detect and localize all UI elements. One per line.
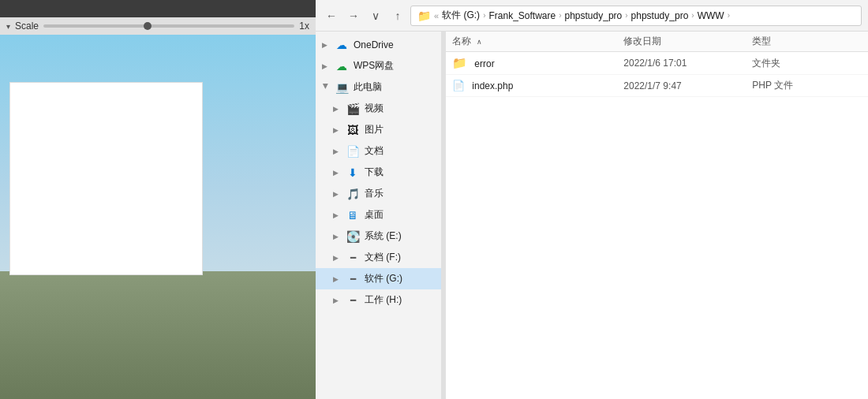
address-part-1: 软件 (G:) bbox=[442, 9, 480, 22]
file-type-index: PHP 文件 bbox=[752, 79, 838, 92]
documents-icon: 📄 bbox=[346, 145, 360, 158]
sidebar-item-music[interactable]: ▶ 🎵 音乐 bbox=[316, 183, 441, 204]
left-panel: ▾ Scale 1x bbox=[0, 0, 316, 399]
file-name-index: 📄 index.php bbox=[452, 80, 623, 91]
sidebar-label-system-e: 系统 (E:) bbox=[365, 229, 402, 243]
sidebar-item-work-h[interactable]: ▶ ━ 工作 (H:) bbox=[316, 289, 441, 311]
software-g-icon: ━ bbox=[346, 274, 360, 285]
back-button[interactable]: ← bbox=[322, 6, 341, 25]
expand-arrow-video: ▶ bbox=[333, 105, 341, 113]
expand-arrow-pictures: ▶ bbox=[333, 126, 341, 134]
expand-arrow-downloads: ▶ bbox=[333, 169, 341, 177]
address-part-2: Frank_Software bbox=[488, 10, 556, 21]
address-chevron-3: › bbox=[625, 11, 627, 20]
pictures-icon: 🖼 bbox=[346, 124, 360, 136]
expand-arrow-software-g: ▶ bbox=[333, 275, 341, 283]
system-e-icon: 💽 bbox=[346, 230, 360, 243]
dropdown-button[interactable]: ∨ bbox=[366, 6, 385, 25]
sidebar-item-video[interactable]: ▶ 🎬 视频 bbox=[316, 98, 441, 119]
file-date-error: 2022/1/6 17:01 bbox=[623, 58, 752, 69]
explorer-toolbar: ← → ∨ ↑ 📁 « 软件 (G:) › Frank_Software › p… bbox=[316, 0, 868, 32]
sidebar-label-docs-f: 文档 (F:) bbox=[365, 251, 401, 264]
sidebar-item-pictures[interactable]: ▶ 🖼 图片 bbox=[316, 119, 441, 140]
column-name[interactable]: 名称 ∧ bbox=[452, 35, 623, 48]
wps-icon: ☁ bbox=[335, 60, 349, 73]
file-list: 名称 ∧ 修改日期 类型 📁 error 2022/1/6 17:01 文件夹 bbox=[446, 32, 868, 399]
sidebar-label-pictures: 图片 bbox=[365, 123, 383, 136]
expand-arrow-system-e: ▶ bbox=[333, 233, 341, 241]
scale-slider[interactable] bbox=[43, 24, 294, 28]
table-row[interactable]: 📁 error 2022/1/6 17:01 文件夹 bbox=[446, 52, 868, 75]
work-h-icon: ━ bbox=[346, 295, 360, 306]
address-chevron-2: › bbox=[559, 11, 561, 20]
sort-arrow-name: ∧ bbox=[477, 38, 482, 46]
file-name-error: 📁 error bbox=[452, 56, 623, 70]
address-chevron-4: › bbox=[691, 11, 694, 20]
sidebar-item-docs-f[interactable]: ▶ ━ 文档 (F:) bbox=[316, 247, 441, 268]
video-icon: 🎬 bbox=[346, 103, 360, 115]
column-type[interactable]: 类型 bbox=[752, 35, 838, 48]
sidebar-label-video: 视频 bbox=[365, 102, 383, 115]
scale-value: 1x bbox=[299, 21, 309, 32]
address-part-5: WWW bbox=[698, 10, 724, 21]
scale-bar: ▾ Scale 1x bbox=[0, 17, 316, 35]
sidebar-item-documents[interactable]: ▶ 📄 文档 bbox=[316, 140, 441, 162]
address-chevron-1: › bbox=[483, 11, 485, 20]
sidebar-label-documents: 文档 bbox=[365, 144, 383, 158]
downloads-icon: ⬇ bbox=[346, 166, 360, 179]
expand-arrow-docs-f: ▶ bbox=[333, 254, 341, 262]
file-icon-index: 📄 bbox=[452, 80, 465, 91]
scale-dropdown-arrow[interactable]: ▾ bbox=[6, 22, 10, 31]
file-type-error: 文件夹 bbox=[752, 57, 838, 70]
docs-f-icon: ━ bbox=[346, 252, 360, 263]
address-part-4: phpstudy_pro bbox=[631, 10, 689, 21]
sidebar-item-onedrive[interactable]: ▶ ☁ OneDrive bbox=[316, 35, 441, 55]
sidebar-label-this-pc: 此电脑 bbox=[354, 80, 382, 94]
sidebar: ▶ ☁ OneDrive ▶ ☁ WPS网盘 ▶ 💻 此电脑 ▶ 🎬 视频 bbox=[316, 32, 442, 399]
forward-button[interactable]: → bbox=[344, 6, 363, 25]
desktop-icon: 🖥 bbox=[346, 209, 360, 222]
expand-arrow-desktop: ▶ bbox=[333, 211, 341, 219]
top-bar bbox=[0, 0, 316, 17]
address-bar[interactable]: 📁 « 软件 (G:) › Frank_Software › phpstudy_… bbox=[410, 6, 862, 26]
music-icon: 🎵 bbox=[346, 188, 360, 200]
scale-label: Scale bbox=[15, 21, 39, 32]
expand-arrow-onedrive: ▶ bbox=[322, 41, 330, 49]
game-viewport bbox=[0, 35, 316, 399]
sidebar-label-desktop: 桌面 bbox=[365, 208, 383, 222]
column-date[interactable]: 修改日期 bbox=[623, 35, 752, 48]
expand-arrow-work-h: ▶ bbox=[333, 296, 341, 304]
explorer-main: ▶ ☁ OneDrive ▶ ☁ WPS网盘 ▶ 💻 此电脑 ▶ 🎬 视频 bbox=[316, 32, 868, 399]
sidebar-item-system-e[interactable]: ▶ 💽 系统 (E:) bbox=[316, 226, 441, 247]
this-pc-icon: 💻 bbox=[335, 81, 349, 94]
expand-arrow-this-pc: ▶ bbox=[322, 84, 330, 91]
sidebar-item-desktop[interactable]: ▶ 🖥 桌面 bbox=[316, 204, 441, 226]
up-button[interactable]: ↑ bbox=[388, 6, 407, 25]
white-square bbox=[9, 82, 203, 275]
sidebar-item-wps[interactable]: ▶ ☁ WPS网盘 bbox=[316, 55, 441, 76]
address-folder-icon: 📁 bbox=[417, 9, 431, 22]
ground-background bbox=[0, 271, 316, 399]
sidebar-label-wps: WPS网盘 bbox=[354, 59, 394, 73]
table-row[interactable]: 📄 index.php 2022/1/7 9:47 PHP 文件 bbox=[446, 75, 868, 97]
sidebar-item-software-g[interactable]: ▶ ━ 软件 (G:) bbox=[316, 268, 441, 289]
scale-slider-thumb bbox=[144, 22, 152, 30]
address-chevron-5: › bbox=[728, 11, 730, 20]
file-date-index: 2022/1/7 9:47 bbox=[623, 80, 752, 91]
expand-arrow-documents: ▶ bbox=[333, 147, 341, 155]
address-separator: « bbox=[434, 11, 439, 21]
file-list-header: 名称 ∧ 修改日期 类型 bbox=[446, 32, 868, 52]
sidebar-label-music: 音乐 bbox=[365, 187, 383, 200]
sidebar-item-this-pc[interactable]: ▶ 💻 此电脑 bbox=[316, 76, 441, 98]
sidebar-label-downloads: 下载 bbox=[365, 166, 383, 179]
onedrive-icon: ☁ bbox=[335, 39, 349, 51]
expand-arrow-wps: ▶ bbox=[322, 62, 330, 70]
sidebar-label-software-g: 软件 (G:) bbox=[365, 272, 402, 285]
file-explorer: ← → ∨ ↑ 📁 « 软件 (G:) › Frank_Software › p… bbox=[316, 0, 868, 399]
sidebar-item-downloads[interactable]: ▶ ⬇ 下载 bbox=[316, 162, 441, 183]
folder-icon-error: 📁 bbox=[452, 56, 467, 69]
address-part-3: phpstudy_pro bbox=[565, 10, 623, 21]
sidebar-label-onedrive: OneDrive bbox=[354, 39, 394, 50]
expand-arrow-music: ▶ bbox=[333, 190, 341, 198]
sidebar-label-work-h: 工作 (H:) bbox=[365, 293, 402, 307]
